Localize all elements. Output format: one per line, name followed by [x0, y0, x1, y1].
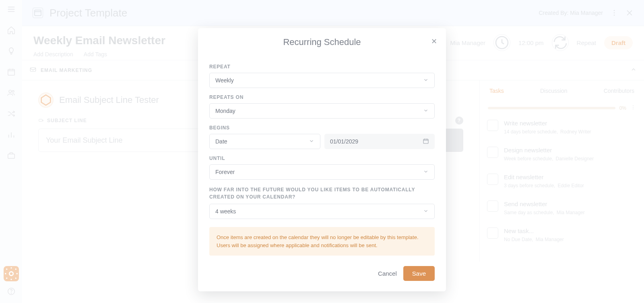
chevron-down-icon — [309, 138, 314, 145]
repeat-field-label: REPEAT — [209, 64, 435, 70]
modal-scrim: Recurring Schedule ✕ REPEAT Weekly REPEA… — [0, 0, 644, 303]
repeats-on-field-label: REPEATS ON — [209, 94, 435, 100]
begins-field-label: BEGINS — [209, 125, 435, 131]
future-field-label: HOW FAR INTO THE FUTURE WOULD YOU LIKE I… — [209, 186, 435, 201]
chevron-down-icon — [423, 108, 429, 115]
cancel-button[interactable]: Cancel — [378, 270, 397, 277]
repeat-select[interactable]: Weekly — [209, 73, 435, 88]
chevron-down-icon — [423, 208, 429, 215]
until-field-label: UNTIL — [209, 156, 435, 161]
begins-date-input[interactable]: 01/01/2029 — [324, 134, 435, 149]
svg-rect-29 — [423, 139, 428, 143]
save-button[interactable]: Save — [403, 266, 435, 281]
recurring-schedule-modal: Recurring Schedule ✕ REPEAT Weekly REPEA… — [198, 28, 446, 291]
modal-title: Recurring Schedule — [208, 37, 436, 47]
chevron-down-icon — [423, 77, 429, 84]
info-note: Once items are created on the calendar t… — [209, 227, 435, 256]
chevron-down-icon — [423, 169, 429, 176]
modal-close-icon[interactable]: ✕ — [431, 37, 437, 46]
repeats-on-select[interactable]: Monday — [209, 103, 435, 119]
begins-type-select[interactable]: Date — [209, 134, 320, 149]
calendar-picker-icon[interactable] — [423, 138, 429, 145]
future-select[interactable]: 4 weeks — [209, 204, 435, 219]
until-select[interactable]: Forever — [209, 164, 435, 180]
